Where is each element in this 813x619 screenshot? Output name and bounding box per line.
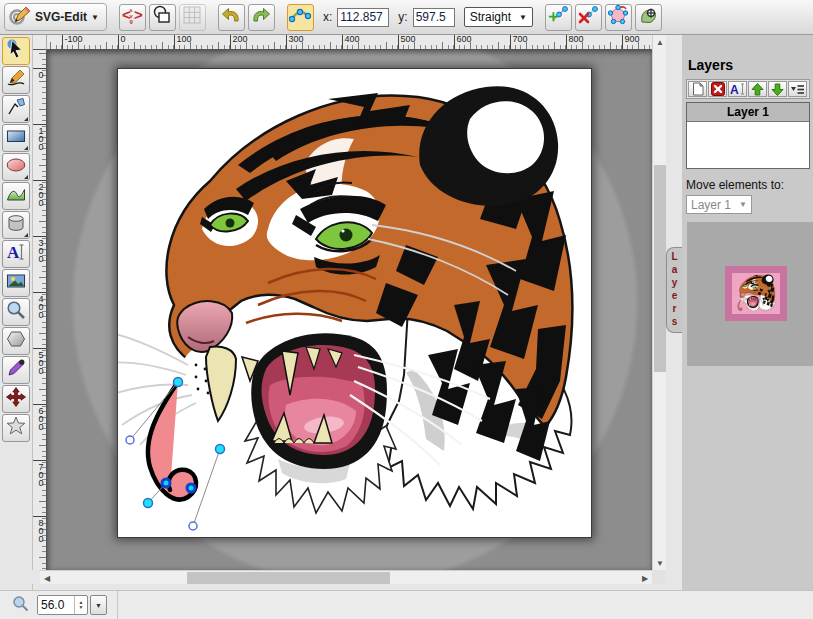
undo-button[interactable] xyxy=(218,4,245,31)
source-code-button[interactable]: < > s v g xyxy=(119,4,146,31)
tool-connector[interactable] xyxy=(2,385,30,413)
zoom-magnifier-icon xyxy=(5,299,27,325)
wireframe-shapes-icon xyxy=(151,4,173,30)
tool-line[interactable] xyxy=(2,95,30,123)
grid-icon xyxy=(181,4,203,30)
segment-type-select[interactable]: Straight ▼ xyxy=(464,7,533,27)
grid-button[interactable] xyxy=(179,4,206,31)
x-coordinate-label: x: xyxy=(323,10,332,24)
scroll-left-arrow[interactable]: ◀ xyxy=(40,571,54,585)
layer-down-icon xyxy=(771,83,784,96)
wireframe-button[interactable] xyxy=(149,4,176,31)
ruler-top: -10001002003004005006007008009001000 xyxy=(47,35,655,50)
svg-canvas[interactable] xyxy=(117,68,592,538)
chevron-down-icon: ▼ xyxy=(519,13,527,22)
text-icon: A xyxy=(5,241,27,267)
new-layer-button[interactable] xyxy=(688,81,707,97)
workarea[interactable] xyxy=(47,50,652,570)
rename-layer-button[interactable]: A xyxy=(728,81,747,97)
zoom-level-input[interactable] xyxy=(38,596,74,614)
eyedropper-icon xyxy=(5,357,27,383)
svgedit-logo-icon xyxy=(9,4,31,30)
redo-icon xyxy=(250,4,272,30)
zoom-preset-dropdown[interactable]: ▼ xyxy=(90,595,107,615)
tool-path[interactable] xyxy=(2,182,30,210)
path-node-selected[interactable] xyxy=(162,479,170,487)
layer-options-button[interactable] xyxy=(788,81,807,97)
path-edit-overlay[interactable] xyxy=(118,69,593,539)
tool-polygon[interactable] xyxy=(2,327,30,355)
layer-up-icon xyxy=(751,83,764,96)
link-control-points-icon xyxy=(289,4,311,30)
horizontal-scroll-thumb[interactable] xyxy=(187,572,390,584)
move-elements-select[interactable]: Layer 1 ▼ xyxy=(686,195,752,214)
star-icon xyxy=(5,415,27,441)
layers-panel: Layers A xyxy=(682,35,813,590)
top-toolbar: SVG-Edit ▼ < > s v g xyxy=(0,0,813,35)
path-node-point[interactable] xyxy=(144,499,153,508)
cross-arrows-icon xyxy=(5,386,27,412)
tool-rectangle[interactable] xyxy=(2,124,30,152)
tool-pencil[interactable] xyxy=(2,66,30,94)
zoom-spinner[interactable]: ▲▼ xyxy=(74,596,87,614)
tool-shape-library[interactable] xyxy=(2,211,30,239)
tool-zoom[interactable] xyxy=(2,298,30,326)
path-node-point[interactable] xyxy=(216,445,225,454)
scroll-down-arrow[interactable]: ▼ xyxy=(653,556,667,570)
move-layer-up-button[interactable] xyxy=(748,81,767,97)
image-icon xyxy=(5,270,27,296)
redo-button[interactable] xyxy=(248,4,275,31)
add-subpath-button[interactable] xyxy=(635,4,662,31)
move-elements-value: Layer 1 xyxy=(691,198,731,212)
delete-node-button[interactable] xyxy=(575,4,602,31)
open-path-button[interactable] xyxy=(605,4,632,31)
layer-list: Layer 1 xyxy=(686,102,810,169)
tool-select[interactable] xyxy=(2,37,30,65)
path-node-point[interactable] xyxy=(174,378,183,387)
source-code-icon: < > s v g xyxy=(121,4,143,30)
link-control-points-button[interactable] xyxy=(287,4,314,31)
layer-preview-area xyxy=(687,222,813,366)
svg-text:A: A xyxy=(730,83,739,97)
main-menu-label: SVG-Edit xyxy=(35,10,87,24)
vertical-scroll-thumb[interactable] xyxy=(654,165,666,372)
y-coordinate-label: y: xyxy=(398,10,407,24)
vertical-scrollbar[interactable]: ▲ ▼ xyxy=(652,35,666,570)
layers-panel-toggle-tab[interactable]: Layers xyxy=(666,247,682,333)
svg-text:g: g xyxy=(130,18,133,24)
rename-layer-icon: A xyxy=(730,82,746,96)
svg-text:>: > xyxy=(134,6,143,23)
add-node-button[interactable] xyxy=(545,4,572,31)
svg-text:A: A xyxy=(7,243,20,262)
scroll-right-arrow[interactable]: ▶ xyxy=(638,571,652,585)
horizontal-scrollbar[interactable]: ◀ ▶ xyxy=(40,570,652,584)
status-bar: ▲▼ ▼ xyxy=(0,590,813,619)
delete-layer-button[interactable] xyxy=(708,81,727,97)
ellipse-icon xyxy=(5,154,27,180)
tool-eyedropper[interactable] xyxy=(2,356,30,384)
main-menu-button[interactable]: SVG-Edit ▼ xyxy=(4,3,107,31)
tool-ellipse[interactable] xyxy=(2,153,30,181)
open-path-icon xyxy=(607,4,629,30)
selection-thumbnail xyxy=(725,266,787,321)
path-node-handle[interactable] xyxy=(126,436,134,444)
select-cursor-icon xyxy=(5,38,27,64)
path-node-handle[interactable] xyxy=(189,522,197,530)
path-icon xyxy=(5,183,27,209)
move-layer-down-button[interactable] xyxy=(768,81,787,97)
layer-row[interactable]: Layer 1 xyxy=(687,103,809,122)
thumbnail-tiger xyxy=(732,273,780,314)
tool-text[interactable]: A xyxy=(2,240,30,268)
tool-image[interactable] xyxy=(2,269,30,297)
layer-list-body[interactable] xyxy=(687,122,809,168)
x-coordinate-input[interactable] xyxy=(337,8,389,27)
ruler-corner xyxy=(33,35,47,50)
new-layer-icon xyxy=(691,82,705,96)
left-tool-palette: A xyxy=(0,35,33,590)
pencil-icon xyxy=(5,67,27,93)
path-node-selected[interactable] xyxy=(187,484,195,492)
y-coordinate-input[interactable] xyxy=(413,8,455,27)
delete-node-icon xyxy=(577,4,599,30)
tool-star[interactable] xyxy=(2,414,30,442)
scroll-up-arrow[interactable]: ▲ xyxy=(653,35,667,49)
